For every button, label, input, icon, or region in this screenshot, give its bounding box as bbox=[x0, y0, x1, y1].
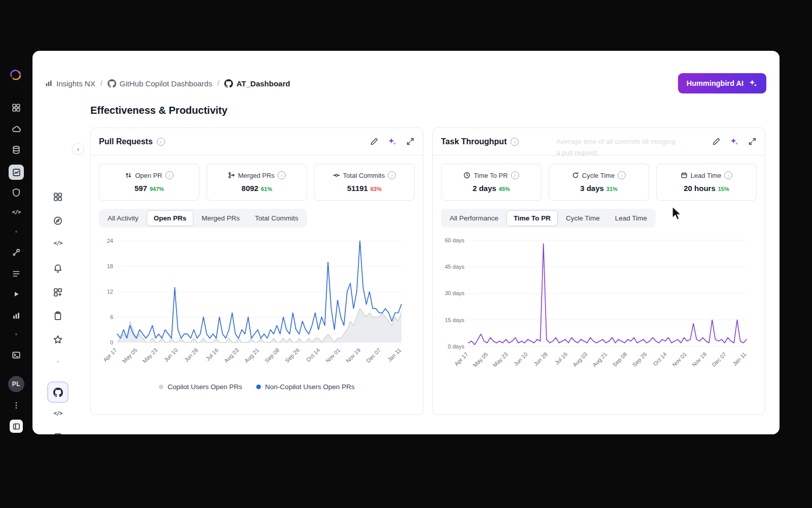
svg-text:Sep 26: Sep 26 bbox=[631, 351, 648, 368]
breadcrumb-copilot-dashboards[interactable]: GitHub Copilot Dashboards bbox=[108, 79, 213, 88]
ai-sparkle-icon[interactable] bbox=[388, 137, 397, 146]
sidebar-toggle-button[interactable] bbox=[10, 420, 23, 433]
task-performance-tabs: All Performance Time To PR Cycle Time Le… bbox=[441, 209, 656, 228]
add-widget-icon[interactable] bbox=[53, 288, 63, 297]
apps-grid-icon[interactable] bbox=[12, 103, 21, 112]
rail-divider-dot bbox=[57, 361, 59, 363]
compass-icon[interactable] bbox=[53, 216, 63, 226]
svg-text:Apr 17: Apr 17 bbox=[102, 347, 118, 363]
legend-label: Non-Copilot Users Open PRs bbox=[265, 383, 354, 391]
svg-text:Nov 01: Nov 01 bbox=[324, 347, 341, 364]
shield-icon[interactable] bbox=[12, 188, 21, 197]
svg-text:May 05: May 05 bbox=[121, 347, 138, 364]
stat-delta: 15% bbox=[718, 186, 729, 192]
user-avatar[interactable]: PL bbox=[8, 376, 24, 392]
info-icon[interactable]: i bbox=[165, 171, 174, 179]
stat-label: Total Commits bbox=[343, 172, 385, 179]
clock-icon bbox=[463, 172, 470, 179]
tab-open-prs[interactable]: Open PRs bbox=[147, 210, 194, 226]
panel-title: Task Throughput bbox=[441, 137, 506, 146]
legend-label: Copilot Users Open PRs bbox=[167, 383, 242, 391]
svg-text:Dec 07: Dec 07 bbox=[365, 347, 382, 364]
info-icon[interactable]: i bbox=[511, 171, 519, 179]
id-badge-icon[interactable] bbox=[53, 432, 63, 434]
svg-text:Nov 19: Nov 19 bbox=[691, 351, 707, 368]
tab-all-performance[interactable]: All Performance bbox=[443, 210, 505, 226]
info-icon[interactable]: i bbox=[618, 171, 626, 179]
sparkles-icon bbox=[749, 79, 758, 88]
code-icon[interactable]: </> bbox=[54, 410, 62, 417]
app-window: Insights NX / GitHub Copilot Dashboards … bbox=[32, 51, 780, 434]
tab-merged-prs[interactable]: Merged PRs bbox=[194, 210, 247, 226]
svg-text:Nov 19: Nov 19 bbox=[345, 347, 361, 364]
tab-lead-time[interactable]: Lead Time bbox=[608, 210, 654, 226]
info-icon[interactable]: i bbox=[278, 171, 286, 179]
svg-text:24: 24 bbox=[107, 238, 113, 244]
svg-text:Aug 03: Aug 03 bbox=[223, 347, 240, 364]
dashboard-grid-icon[interactable] bbox=[53, 192, 63, 202]
ai-sparkle-icon[interactable] bbox=[730, 137, 739, 146]
hummingbird-ai-button[interactable]: Hummingbird AI bbox=[678, 73, 766, 93]
edit-panel-icon[interactable] bbox=[712, 137, 721, 146]
stat-card-time-to-pr: Time To PR i 2 days45% bbox=[441, 164, 542, 201]
stat-card-merged-prs: Merged PRs i 809261% bbox=[207, 164, 307, 201]
expand-panel-icon[interactable] bbox=[748, 137, 757, 146]
stat-delta: 31% bbox=[606, 186, 618, 192]
hummingbird-ai-label: Hummingbird AI bbox=[687, 79, 743, 87]
database-icon[interactable] bbox=[12, 145, 21, 154]
breadcrumb-label: Insights NX bbox=[56, 79, 95, 88]
stat-card-total-commits: Total Commits i 5119163% bbox=[314, 164, 415, 201]
code-icon[interactable]: </> bbox=[54, 240, 62, 246]
svg-text:45 days: 45 days bbox=[445, 264, 464, 270]
tab-total-commits[interactable]: Total Commits bbox=[248, 210, 306, 226]
main-content: Effectiveness & Productivity Pull Reques… bbox=[90, 100, 765, 415]
legend-non-copilot-users[interactable]: Non-Copilot Users Open PRs bbox=[256, 383, 354, 391]
tab-time-to-pr[interactable]: Time To PR bbox=[506, 210, 558, 226]
info-icon[interactable]: i bbox=[724, 171, 732, 179]
play-icon[interactable] bbox=[12, 290, 20, 298]
favorites-star-icon[interactable] bbox=[53, 335, 63, 344]
wrench-icon[interactable] bbox=[12, 248, 21, 257]
svg-text:Dec 07: Dec 07 bbox=[710, 351, 727, 368]
panel-title: Pull Requests bbox=[99, 137, 153, 146]
expand-panel-icon[interactable] bbox=[406, 137, 415, 146]
breadcrumb-separator: / bbox=[217, 79, 219, 87]
more-options-icon[interactable] bbox=[12, 401, 20, 409]
svg-text:Sep 08: Sep 08 bbox=[263, 347, 280, 364]
svg-text:Sep 26: Sep 26 bbox=[284, 347, 300, 364]
info-icon[interactable]: i bbox=[157, 138, 165, 146]
breadcrumb-label: AT_Dashboard bbox=[236, 79, 290, 88]
rail-divider-dot bbox=[15, 333, 17, 335]
stat-card-cycle-time: Cycle Time i 3 days31% bbox=[549, 164, 649, 201]
info-icon[interactable]: i bbox=[511, 138, 519, 146]
stat-value: 51191 bbox=[347, 184, 368, 193]
bar-chart-icon[interactable] bbox=[12, 311, 21, 320]
info-icon[interactable]: i bbox=[388, 171, 396, 179]
edit-panel-icon[interactable] bbox=[370, 137, 379, 146]
rail-collapse-button[interactable]: › bbox=[72, 143, 84, 155]
rail-divider-dot bbox=[15, 231, 17, 233]
tab-cycle-time[interactable]: Cycle Time bbox=[559, 210, 607, 226]
stat-value: 2 days bbox=[472, 184, 496, 193]
cloud-icon[interactable] bbox=[12, 124, 21, 134]
insights-chart-icon-active[interactable] bbox=[9, 165, 24, 180]
clipboard-icon[interactable] bbox=[53, 311, 63, 321]
stat-label: Open PR bbox=[135, 172, 162, 179]
legend-copilot-users[interactable]: Copilot Users Open PRs bbox=[159, 383, 242, 391]
task-throughput-panel: Average time of all commits till merging… bbox=[432, 128, 765, 415]
tasks-list-icon[interactable] bbox=[12, 269, 21, 278]
stat-delta: 61% bbox=[261, 186, 272, 192]
stat-delta: 947% bbox=[150, 186, 164, 192]
svg-text:Jun 10: Jun 10 bbox=[513, 351, 529, 367]
terminal-icon[interactable] bbox=[12, 351, 21, 360]
stat-delta: 63% bbox=[370, 186, 382, 192]
hummingbird-logo[interactable] bbox=[9, 67, 24, 82]
code-icon[interactable]: </> bbox=[12, 209, 21, 215]
tab-all-activity[interactable]: All Activity bbox=[100, 210, 146, 226]
svg-text:Jul 16: Jul 16 bbox=[205, 347, 219, 362]
breadcrumb-at-dashboard[interactable]: AT_Dashboard bbox=[224, 79, 290, 88]
notifications-bell-icon[interactable] bbox=[53, 264, 63, 273]
github-dashboard-icon-selected[interactable] bbox=[47, 382, 69, 403]
breadcrumb-insights-nx[interactable]: Insights NX bbox=[45, 79, 95, 88]
svg-text:6: 6 bbox=[110, 314, 113, 320]
